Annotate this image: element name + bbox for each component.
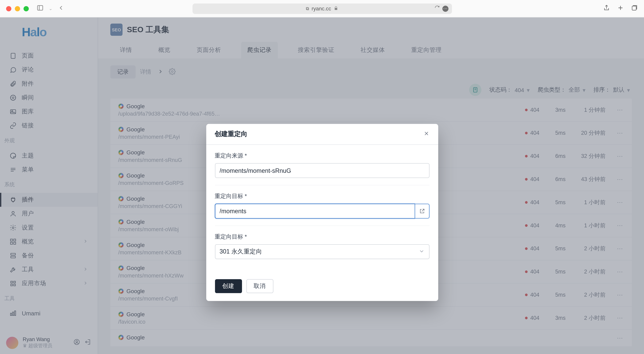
share-icon[interactable] [603, 4, 610, 13]
new-tab-icon[interactable] [617, 4, 624, 13]
cancel-button[interactable]: 取消 [246, 279, 273, 293]
address-bar[interactable]: ⧉ ryanc.cc ⋯ [192, 3, 452, 14]
sidebar-toggle-icon[interactable] [36, 4, 44, 13]
svg-rect-0 [38, 6, 43, 10]
svg-rect-4 [632, 6, 636, 10]
submit-button[interactable]: 创建 [215, 279, 242, 293]
lock-icon [334, 6, 338, 12]
redirect-type-select[interactable]: 301 永久重定向 [215, 244, 429, 259]
site-icon: ⧉ [306, 6, 309, 11]
tabs-overview-icon[interactable] [631, 4, 638, 13]
window-zoom-button[interactable] [24, 6, 29, 11]
chevron-down-icon [418, 248, 424, 255]
chevron-down-icon[interactable]: ⌄ [49, 6, 52, 11]
reload-icon[interactable] [434, 5, 440, 12]
source-label: 重定向来源 * [215, 152, 429, 160]
redirect-target-input[interactable] [215, 204, 415, 218]
browser-chrome: ⌄ ⧉ ryanc.cc ⋯ [0, 0, 644, 18]
open-link-icon[interactable] [414, 204, 429, 218]
extensions-icon[interactable]: ⋯ [442, 6, 448, 12]
modal-title: 创建重定向 [215, 130, 248, 138]
back-button[interactable] [58, 4, 64, 13]
window-minimize-button[interactable] [15, 6, 20, 11]
redirect-source-input[interactable] [215, 163, 429, 178]
redirect-modal: 创建重定向 重定向来源 * 重定向目标 * 重定向目标 * 301 永久重定向 [206, 124, 438, 301]
target-label: 重定向目标 * [215, 192, 429, 200]
address-url: ryanc.cc [312, 6, 331, 12]
type-label: 重定向目标 * [215, 233, 429, 241]
window-close-button[interactable] [6, 6, 11, 11]
close-icon[interactable] [423, 130, 429, 138]
